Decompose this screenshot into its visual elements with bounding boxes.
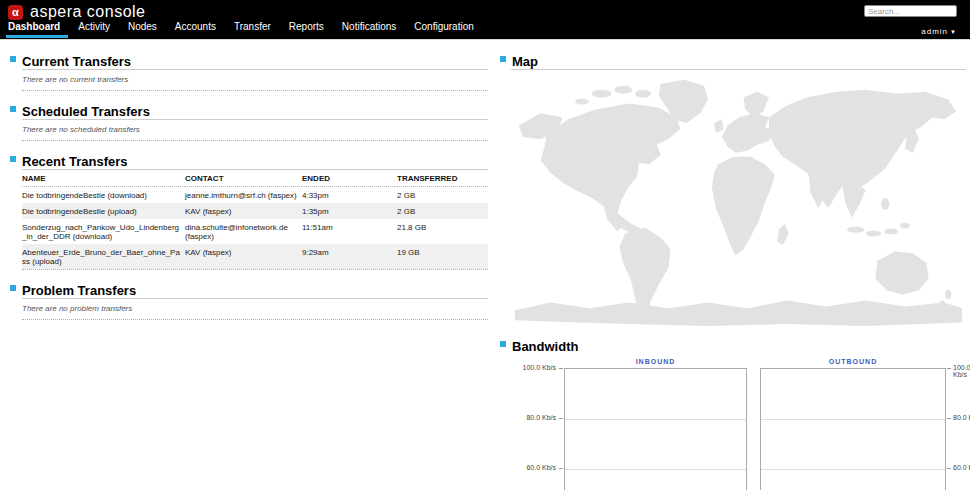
- gridline: [761, 469, 945, 470]
- recent-transfers-table: NAME CONTACT ENDED TRANSFERRED Die todbr…: [22, 170, 488, 269]
- search-input[interactable]: [864, 5, 957, 17]
- caret-down-icon: ▼: [950, 29, 957, 35]
- section-title: Scheduled Transfers: [22, 104, 150, 119]
- cell-transferred: 19 GB: [397, 244, 488, 269]
- section-bullet-icon: [10, 156, 16, 162]
- brand-name: aspera console: [30, 3, 146, 21]
- cell-transferred: 2 GB: [397, 187, 488, 204]
- scheduled-transfers-section: Scheduled Transfers There are no schedul…: [8, 102, 488, 141]
- cell-name: Abenteuer_Erde_Bruno_der_Baer_ohne_Pass …: [22, 244, 185, 269]
- y-axis-label: 100.0 Kb/s: [512, 364, 556, 371]
- bandwidth-section: Bandwidth INBOUND OUTBOUND: [498, 337, 966, 490]
- nav-tab-accounts[interactable]: Accounts: [175, 21, 216, 39]
- cell-name: Die todbringendeBestie (upload): [22, 203, 185, 219]
- axis-tick: [559, 368, 563, 369]
- current-transfers-empty-text: There are no current transfers: [22, 70, 488, 91]
- column-header-name: NAME: [22, 170, 185, 187]
- cell-name: Die todbringendeBestie (download): [22, 187, 185, 204]
- nav-tab-reports[interactable]: Reports: [289, 21, 324, 39]
- aspera-logo-icon: α: [8, 5, 23, 20]
- outbound-chart-plot: [760, 368, 946, 490]
- map-section: Map: [498, 52, 966, 330]
- y-axis-label: 100.0 Kb/s: [953, 364, 970, 378]
- table-row: Die todbringendeBestie (upload) KAV (fas…: [22, 203, 488, 219]
- cell-contact: KAV (faspex): [185, 203, 302, 219]
- nav-tab-transfer[interactable]: Transfer: [234, 21, 271, 39]
- cell-ended: 11:51am: [302, 219, 397, 244]
- cell-name: Sonderzug_nach_Pankow_Udo_Lindenberg_in_…: [22, 219, 185, 244]
- cell-transferred: 2 GB: [397, 203, 488, 219]
- nav-tab-notifications[interactable]: Notifications: [342, 21, 396, 39]
- table-header-row: NAME CONTACT ENDED TRANSFERRED: [22, 170, 488, 187]
- table-row: Sonderzug_nach_Pankow_Udo_Lindenberg_in_…: [22, 219, 488, 244]
- axis-tick: [947, 468, 951, 469]
- nav-tab-dashboard[interactable]: Dashboard: [8, 21, 60, 39]
- top-header-bar: α aspera console admin▼ Dashboard Activi…: [0, 0, 970, 40]
- nav-tab-activity[interactable]: Activity: [78, 21, 110, 39]
- gridline: [565, 419, 746, 420]
- left-column: Current Transfers There are no current t…: [8, 46, 488, 320]
- problem-transfers-empty-text: There are no problem transfers: [22, 299, 488, 320]
- inbound-chart-plot: [564, 368, 747, 490]
- problem-transfers-section: Problem Transfers There are no problem t…: [8, 281, 488, 320]
- section-bullet-icon: [10, 56, 16, 62]
- aspera-console-dashboard: { "header": { "brand": "aspera console",…: [0, 0, 970, 490]
- section-bullet-icon: [10, 285, 16, 291]
- column-header-ended: ENDED: [302, 170, 397, 187]
- scheduled-transfers-empty-text: There are no scheduled transfers: [22, 120, 488, 141]
- cell-transferred: 21.8 GB: [397, 219, 488, 244]
- section-title: Bandwidth: [512, 339, 578, 354]
- table-row: Abenteuer_Erde_Bruno_der_Baer_ohne_Pass …: [22, 244, 488, 269]
- table-bottom-divider: [22, 269, 488, 270]
- inbound-chart-title: INBOUND: [564, 358, 747, 365]
- outbound-chart-title: OUTBOUND: [760, 358, 946, 365]
- section-title: Current Transfers: [22, 54, 131, 69]
- gridline: [565, 469, 746, 470]
- user-menu[interactable]: admin▼: [921, 27, 957, 36]
- table-row: Die todbringendeBestie (download) jeanne…: [22, 187, 488, 204]
- cell-ended: 9:29am: [302, 244, 397, 269]
- nav-tab-configuration[interactable]: Configuration: [414, 21, 473, 39]
- y-axis-label: 80.0 Kb/s: [953, 414, 970, 421]
- recent-transfers-section: Recent Transfers NAME CONTACT ENDED TRAN…: [8, 152, 488, 270]
- brand-logo[interactable]: α aspera console: [8, 3, 146, 21]
- axis-tick: [947, 418, 951, 419]
- column-header-transferred: TRANSFERRED: [397, 170, 488, 187]
- bandwidth-charts: INBOUND OUTBOUND 100.0 Kb/s: [512, 354, 966, 490]
- axis-tick: [559, 468, 563, 469]
- current-transfers-section: Current Transfers There are no current t…: [8, 52, 488, 91]
- main-nav: Dashboard Activity Nodes Accounts Transf…: [8, 21, 492, 39]
- cell-ended: 1:35pm: [302, 203, 397, 219]
- cell-contact: jeanne.imthurn@srf.ch (faspex): [185, 187, 302, 204]
- cell-contact: dina.schulte@infonetwork.de (faspex): [185, 219, 302, 244]
- section-title: Problem Transfers: [22, 283, 136, 298]
- axis-tick: [559, 418, 563, 419]
- y-axis-label: 80.0 Kb/s: [512, 414, 556, 421]
- gridline: [761, 419, 945, 420]
- axis-tick: [947, 368, 951, 369]
- section-bullet-icon: [500, 341, 506, 347]
- y-axis-label: 60.0 Kb/s: [953, 464, 970, 471]
- cell-ended: 4:33pm: [302, 187, 397, 204]
- section-title: Recent Transfers: [22, 154, 128, 169]
- column-header-contact: CONTACT: [185, 170, 302, 187]
- right-column: Map: [498, 46, 966, 490]
- section-title: Map: [512, 54, 538, 69]
- section-bullet-icon: [500, 56, 506, 62]
- user-menu-label: admin: [921, 27, 948, 36]
- section-bullet-icon: [10, 106, 16, 112]
- world-map-graphic: [511, 72, 966, 330]
- y-axis-label: 60.0 Kb/s: [512, 464, 556, 471]
- cell-contact: KAV (faspex): [185, 244, 302, 269]
- nav-tab-nodes[interactable]: Nodes: [128, 21, 157, 39]
